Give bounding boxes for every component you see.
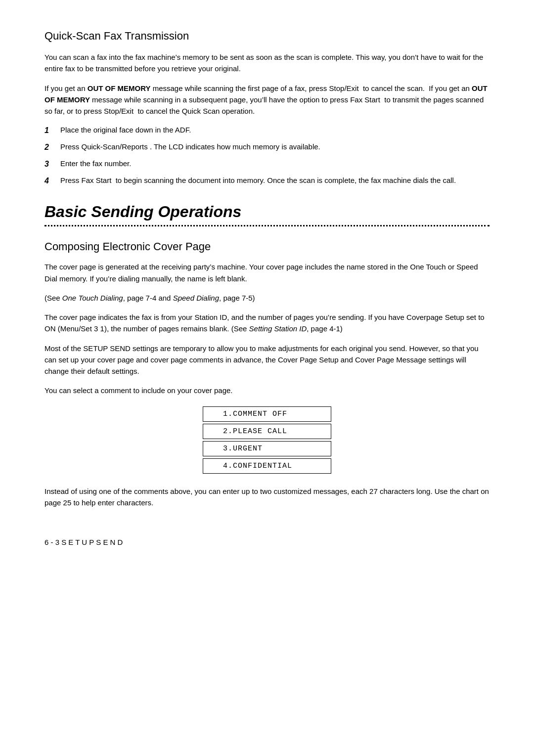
composing-title: Composing Electronic Cover Page bbox=[44, 240, 490, 253]
basic-sending-section: Basic Sending Operations Composing Elect… bbox=[44, 203, 490, 508]
quick-scan-section: Quick-Scan Fax Transmission You can scan… bbox=[44, 30, 490, 187]
step-1: 1 Place the original face down in the AD… bbox=[44, 125, 490, 136]
cross-ref-text1: (See bbox=[44, 294, 62, 302]
comment-box-container: 1.COMMENT OFF 2.PLEASE CALL 3.URGENT 4.C… bbox=[44, 406, 490, 476]
para2-text-before-bold1: If you get an bbox=[44, 84, 88, 92]
footer: 6 - 3 S E T U P S E N D bbox=[44, 538, 490, 546]
step-1-text: Place the original face down in the ADF. bbox=[60, 125, 191, 136]
quick-scan-para2: If you get an OUT OF MEMORY message whil… bbox=[44, 83, 490, 117]
quick-scan-steps: 1 Place the original face down in the AD… bbox=[44, 125, 490, 187]
composing-para4: You can select a comment to include on y… bbox=[44, 385, 490, 396]
step-3: 3 Enter the fax number. bbox=[44, 158, 490, 170]
comment-1-text: 1.COMMENT OFF bbox=[223, 410, 287, 418]
step-4-num: 4 bbox=[44, 175, 58, 187]
comment-2-text: 2.PLEASE CALL bbox=[223, 427, 287, 436]
composing-para3: Most of the SETUP SEND settings are temp… bbox=[44, 343, 490, 377]
cross-ref-text2: , page 7-4 and bbox=[123, 294, 173, 302]
step-3-text: Enter the fax number. bbox=[60, 158, 131, 170]
comment-4-text: 4.CONFIDENTIAL bbox=[223, 462, 292, 470]
footer-text: 6 - 3 S E T U P S E N D bbox=[44, 538, 123, 546]
cross-ref-italic1: One Touch Dialing bbox=[62, 294, 123, 302]
composing-section: Composing Electronic Cover Page The cove… bbox=[44, 240, 490, 508]
setting-station-italic: Setting Station ID bbox=[249, 324, 307, 333]
comment-box-3: 3.URGENT bbox=[203, 441, 331, 456]
composing-para2: The cover page indicates the fax is from… bbox=[44, 311, 490, 335]
step-2: 2 Press Quick-Scan/Reports . The LCD ind… bbox=[44, 141, 490, 153]
comment-box-2: 2.PLEASE CALL bbox=[203, 424, 331, 439]
dotted-divider bbox=[44, 225, 490, 226]
step-3-num: 3 bbox=[44, 158, 58, 170]
quick-scan-para1: You can scan a fax into the fax machine’… bbox=[44, 51, 490, 75]
para2-text-mid2: message while scanning in a subsequent p… bbox=[44, 95, 484, 115]
cross-ref-text3: , page 7-5) bbox=[219, 294, 255, 302]
composing-para5: Instead of using one of the comments abo… bbox=[44, 486, 490, 509]
composing-cross-ref: (See One Touch Dialing, page 7-4 and Spe… bbox=[44, 292, 490, 304]
comment-3-text: 3.URGENT bbox=[223, 445, 263, 453]
para2-text-mid1: message while scanning the first page of… bbox=[151, 84, 472, 92]
step-2-text: Press Quick-Scan/Reports . The LCD indic… bbox=[60, 141, 320, 153]
cross-ref-italic2: Speed Dialing bbox=[173, 294, 219, 302]
composing-para1: The cover page is generated at the recei… bbox=[44, 261, 490, 284]
quick-scan-title: Quick-Scan Fax Transmission bbox=[44, 30, 490, 43]
comment-box-4: 4.CONFIDENTIAL bbox=[203, 458, 331, 474]
step-4-text: Press Fax Start to begin scanning the do… bbox=[60, 175, 456, 186]
bold-out-of-memory-1: OUT OF MEMORY bbox=[88, 84, 151, 92]
step-4: 4 Press Fax Start to begin scanning the … bbox=[44, 175, 490, 187]
step-2-num: 2 bbox=[44, 141, 58, 153]
chapter-title: Basic Sending Operations bbox=[44, 203, 490, 221]
comment-box-1: 1.COMMENT OFF bbox=[203, 406, 331, 422]
step-1-num: 1 bbox=[44, 125, 58, 136]
